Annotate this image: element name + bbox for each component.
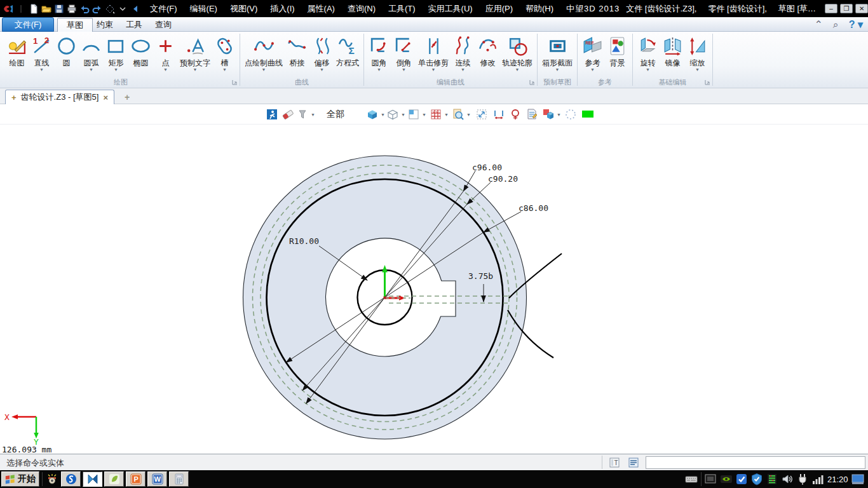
status-toolbox-icon[interactable]: T bbox=[609, 457, 620, 468]
notebook-icon[interactable] bbox=[526, 108, 538, 121]
exit-sketch-icon[interactable] bbox=[266, 108, 278, 121]
dropdown-caret-icon[interactable]: ▼ bbox=[515, 67, 520, 73]
ribbon-item-point[interactable]: 点▼ bbox=[153, 32, 178, 74]
search-icon[interactable]: ⌕ bbox=[833, 19, 839, 30]
keyboard-layout-icon[interactable] bbox=[685, 473, 698, 485]
menu-4[interactable]: 插入(I) bbox=[264, 0, 301, 17]
tab-close-icon[interactable]: × bbox=[103, 93, 108, 102]
copy-view-icon[interactable]: ▼ bbox=[542, 108, 561, 121]
ribbon-item-pretext[interactable]: 预制文字▼ bbox=[178, 32, 212, 74]
new-tab-button[interactable]: + bbox=[125, 92, 130, 102]
resize-view-icon[interactable] bbox=[475, 108, 488, 121]
dropdown-caret-icon[interactable]: ▼ bbox=[461, 67, 465, 73]
open-file-icon[interactable] bbox=[41, 4, 51, 14]
show-desktop-icon[interactable] bbox=[851, 473, 864, 485]
shade-mode-icon[interactable]: ▼ bbox=[366, 108, 385, 121]
sketch-canvas[interactable]: c96.00 c90.20 c86.00 R10.00 3.75b X Y 12… bbox=[0, 125, 868, 454]
ribbon-item-ref[interactable]: REF参考▼ bbox=[580, 32, 605, 74]
ribbon-item-offset[interactable]: 偏移▼ bbox=[309, 32, 334, 74]
ribbon-item-trim[interactable]: 单击修剪▼ bbox=[416, 32, 451, 74]
ribbon-item-line-12[interactable]: 12直线▼ bbox=[29, 32, 54, 74]
dropdown-caret-icon[interactable]: ▼ bbox=[402, 67, 406, 73]
menu-3[interactable]: 视图(V) bbox=[224, 0, 264, 17]
wireframe-mode-icon[interactable]: ▼ bbox=[386, 108, 405, 121]
viewport-layout-icon[interactable]: ▼ bbox=[407, 108, 426, 121]
dropdown-caret-icon[interactable] bbox=[118, 4, 128, 14]
ribbon-item-rotate[interactable]: 旋转▼ bbox=[635, 32, 660, 74]
filter-all-label[interactable]: 全部 bbox=[327, 109, 344, 120]
dim-label-key[interactable]: 3.75b bbox=[468, 271, 493, 281]
ribbon-item-scale[interactable]: 缩放▼ bbox=[685, 32, 710, 74]
redo-icon[interactable] bbox=[92, 4, 102, 14]
menu-7[interactable]: 工具(T) bbox=[382, 0, 422, 17]
close-button[interactable]: ✕ bbox=[855, 4, 868, 13]
ribbon-item-boxsection[interactable]: 箱形截面▼ bbox=[540, 32, 574, 74]
command-input[interactable] bbox=[646, 456, 865, 469]
dim-width-icon[interactable] bbox=[492, 108, 505, 121]
dim-radius-icon[interactable] bbox=[509, 108, 522, 121]
dotted-circle-icon[interactable] bbox=[564, 108, 577, 121]
ribbon-item-fillet[interactable]: 圆角▼ bbox=[367, 32, 391, 74]
color-swatch-icon[interactable] bbox=[581, 108, 594, 121]
dropdown-caret-icon[interactable]: ▼ bbox=[555, 67, 560, 73]
app-button-powerpoint[interactable]: P bbox=[126, 471, 146, 487]
dropdown-caret-icon[interactable]: ▼ bbox=[163, 67, 168, 73]
dropdown-caret-icon[interactable]: ▼ bbox=[39, 67, 44, 73]
minimize-button[interactable]: – bbox=[825, 4, 837, 13]
collapse-qat-icon[interactable] bbox=[130, 4, 140, 14]
save-icon[interactable] bbox=[54, 4, 64, 14]
dim-label-c96[interactable]: c96.00 bbox=[472, 163, 502, 172]
app-button-word[interactable]: W bbox=[147, 471, 167, 487]
dropdown-caret-icon[interactable]: ▼ bbox=[320, 67, 324, 73]
app-button-browser[interactable] bbox=[61, 471, 81, 487]
ribbon-item-sketch[interactable]: 绘图 bbox=[4, 32, 29, 74]
menu-10[interactable]: 帮助(H) bbox=[519, 0, 560, 17]
taskbar-clock[interactable]: 21:20 bbox=[827, 475, 848, 484]
ribbon-item-track[interactable]: 轨迹轮廓▼ bbox=[500, 32, 534, 74]
restore-button[interactable]: ❐ bbox=[840, 4, 853, 13]
eraser-icon[interactable] bbox=[281, 108, 294, 121]
dropdown-caret-icon[interactable]: ▼ bbox=[262, 67, 266, 73]
app-button-calculator[interactable] bbox=[169, 471, 189, 487]
ribbon-item-modify[interactable]: 修改 bbox=[475, 32, 500, 74]
status-list-icon[interactable] bbox=[628, 457, 639, 468]
ribbon-item-slot[interactable]: 槽▼ bbox=[212, 32, 237, 74]
app-button-zw3d[interactable] bbox=[83, 471, 102, 487]
dim-label-c90[interactable]: c90.20 bbox=[488, 174, 518, 184]
dropdown-caret-icon[interactable]: ▼ bbox=[590, 67, 595, 73]
dropdown-caret-icon[interactable]: ▼ bbox=[193, 67, 198, 73]
tray-network-icon[interactable] bbox=[811, 473, 824, 485]
start-button[interactable]: 开始 bbox=[1, 471, 39, 487]
tray-power-icon[interactable] bbox=[796, 473, 809, 485]
menu-2[interactable]: 编辑(E) bbox=[184, 0, 224, 17]
ribbon-item-mirror[interactable]: 镜像 bbox=[660, 32, 685, 74]
filter-icon[interactable]: ▼ bbox=[296, 108, 315, 121]
dropdown-caret-icon[interactable]: ▼ bbox=[695, 67, 700, 73]
ribbon-item-ellipse[interactable]: 椭圆 bbox=[128, 32, 153, 74]
dim-label-c86[interactable]: c86.00 bbox=[519, 203, 548, 213]
tray-update-icon[interactable] bbox=[735, 473, 748, 485]
menu-9[interactable]: 应用(P) bbox=[479, 0, 519, 17]
screen-recorder-icon[interactable] bbox=[46, 473, 58, 485]
ribbon-item-equation[interactable]: Σ方程式 bbox=[334, 32, 361, 74]
ribbon-item-arc[interactable]: 圆弧▼ bbox=[79, 32, 104, 74]
collapse-ribbon-icon[interactable]: ⌃ bbox=[814, 18, 822, 30]
document-tab[interactable]: + 齿轮设计.Z3 - [草图5] × bbox=[5, 90, 114, 104]
ribbon-item-background[interactable]: 背景 bbox=[605, 32, 630, 74]
dropdown-caret-icon[interactable]: ▼ bbox=[89, 67, 93, 73]
file-menu-button[interactable]: 文件(F) bbox=[2, 17, 54, 32]
grid-snap-icon[interactable]: ▼ bbox=[430, 108, 449, 121]
dropdown-caret-icon[interactable]: ▼ bbox=[377, 67, 381, 73]
tab-查询[interactable]: 查询 bbox=[146, 18, 180, 32]
help-icon[interactable]: ? ▾ bbox=[849, 18, 863, 30]
app-button-notes[interactable] bbox=[104, 471, 124, 487]
dialog-launcher-icon[interactable] bbox=[231, 79, 238, 86]
dialog-launcher-icon[interactable] bbox=[704, 79, 711, 86]
tray-security-icon[interactable] bbox=[750, 473, 763, 485]
menu-6[interactable]: 查询(N) bbox=[341, 0, 382, 17]
pick-filter-icon[interactable] bbox=[105, 4, 115, 14]
dropdown-caret-icon[interactable]: ▼ bbox=[646, 67, 650, 73]
ribbon-item-rect[interactable]: 矩形▼ bbox=[104, 32, 128, 74]
ribbon-item-chamfer[interactable]: 倒角▼ bbox=[391, 32, 416, 74]
ribbon-item-continue[interactable]: 连续▼ bbox=[451, 32, 475, 74]
